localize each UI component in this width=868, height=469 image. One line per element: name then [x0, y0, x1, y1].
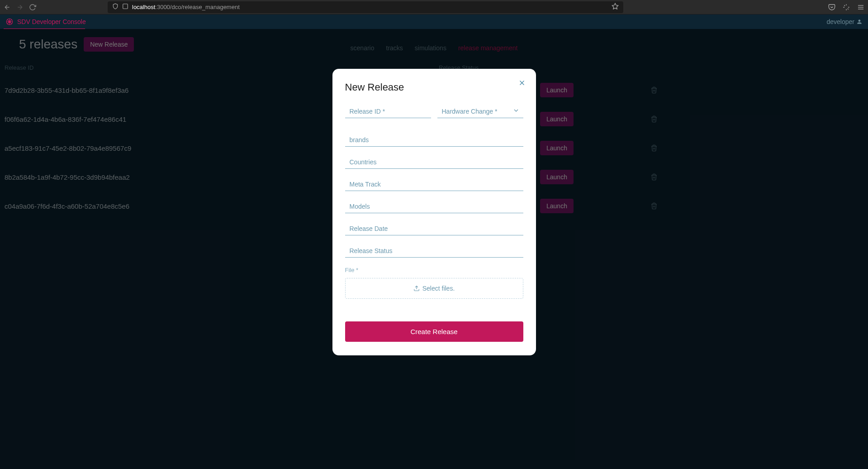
file-drop-zone[interactable]: Select files. [345, 278, 523, 299]
close-icon [518, 79, 526, 87]
release-status-input[interactable] [345, 244, 523, 258]
select-files-label: Select files. [422, 285, 455, 292]
chrome-right-icons [828, 4, 864, 11]
hardware-change-select[interactable] [437, 104, 523, 118]
reload-icon[interactable] [29, 4, 36, 11]
logo-icon [5, 18, 14, 26]
new-release-modal: New Release File * [332, 69, 536, 355]
url-host: localhost [132, 4, 155, 10]
browser-chrome: localhost:3000/dco/release_management [0, 0, 868, 14]
user-badge[interactable]: developer [827, 18, 863, 25]
models-input[interactable] [345, 199, 523, 213]
release-id-input[interactable] [345, 104, 431, 118]
modal-close-button[interactable] [518, 79, 526, 89]
create-release-button[interactable]: Create Release [345, 321, 523, 342]
app-logo[interactable]: SDV Developer Console [5, 18, 86, 26]
countries-input[interactable] [345, 155, 523, 169]
app-header: SDV Developer Console developer [0, 14, 868, 29]
upload-icon [413, 285, 420, 292]
hamburger-menu-icon[interactable] [857, 4, 864, 11]
back-icon[interactable] [4, 4, 11, 11]
meta-track-input[interactable] [345, 177, 523, 191]
app-body: 5 releases New Release scenario tracks s… [0, 29, 868, 469]
url-bar[interactable]: localhost:3000/dco/release_management [108, 1, 623, 13]
modal-title: New Release [345, 81, 523, 93]
app-title: SDV Developer Console [17, 18, 86, 25]
svg-rect-0 [123, 4, 128, 9]
page-info-icon [122, 3, 128, 11]
url-text: localhost:3000/dco/release_management [132, 4, 240, 10]
file-label: File * [345, 267, 523, 273]
modal-overlay: New Release File * [0, 29, 868, 469]
release-date-input[interactable] [345, 221, 523, 235]
bookmark-star-icon[interactable] [612, 3, 619, 12]
pocket-icon[interactable] [828, 4, 835, 11]
user-icon [856, 19, 863, 25]
brands-input[interactable] [345, 133, 523, 147]
shield-icon [112, 3, 119, 11]
forward-icon[interactable] [16, 4, 24, 11]
svg-marker-1 [612, 3, 618, 9]
user-label: developer [827, 18, 855, 25]
url-path: :3000/dco/release_management [155, 4, 239, 10]
extensions-icon[interactable] [843, 4, 850, 11]
nav-arrows [4, 4, 36, 11]
